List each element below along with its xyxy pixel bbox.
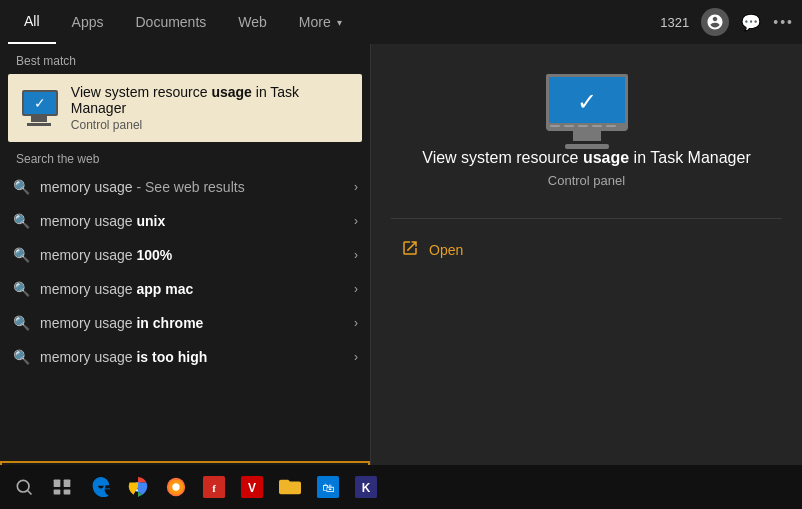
search-web-label: Search the web [0,142,370,170]
svg-rect-10 [54,490,61,495]
taskbar-mozilla[interactable]: f [196,469,232,505]
result-item-4[interactable]: 🔍 memory usage app mac › [0,272,370,306]
taskbar-app-v[interactable]: V [234,469,270,505]
dropdown-arrow-icon: ▾ [337,17,342,28]
svg-rect-3 [578,125,588,127]
taskbar-taskview[interactable] [44,469,80,505]
left-panel: Best match ✓ View system resource usage … [0,44,370,509]
chevron-icon: › [354,214,358,228]
best-match-label: Best match [0,44,370,74]
svg-rect-11 [64,490,71,495]
best-match-title: View system resource usage in Task Manag… [71,84,350,116]
result-item-3[interactable]: 🔍 memory usage 100% › [0,238,370,272]
taskbar-app-k[interactable]: K [348,469,384,505]
nav-tabs: All Apps Documents Web More ▾ 1321 💬 ••• [0,0,802,44]
svg-text:V: V [248,481,256,495]
best-match-item[interactable]: ✓ View system resource usage in Task Man… [8,74,362,142]
svg-point-6 [17,480,29,492]
chevron-icon: › [354,316,358,330]
result-item-2[interactable]: 🔍 memory usage unix › [0,204,370,238]
taskbar-firefox[interactable] [158,469,194,505]
best-match-subtitle: Control panel [71,118,350,132]
search-result-icon: 🔍 [12,314,30,332]
chevron-icon: › [354,282,358,296]
tab-web[interactable]: Web [222,0,283,44]
svg-rect-2 [564,125,574,127]
svg-text:f: f [212,482,216,494]
result-item-5[interactable]: 🔍 memory usage in chrome › [0,306,370,340]
badge-number: 1321 [660,15,689,30]
result-item-6[interactable]: 🔍 memory usage is too high › [0,340,370,374]
tab-documents[interactable]: Documents [119,0,222,44]
detail-title: View system resource usage in Task Manag… [422,149,750,167]
open-action[interactable]: Open [391,239,463,261]
right-panel: ✓ View system resource usage i [370,44,802,509]
search-result-icon: 🔍 [12,280,30,298]
large-task-manager-icon: ✓ [542,74,632,149]
taskbar-edge[interactable] [82,469,118,505]
tab-apps[interactable]: Apps [56,0,120,44]
tab-all[interactable]: All [8,0,56,44]
svg-point-15 [172,483,179,490]
feedback-icon[interactable]: 💬 [741,13,761,32]
taskbar-search[interactable] [6,469,42,505]
svg-rect-5 [606,125,616,127]
detail-divider [391,218,782,219]
taskbar-folder[interactable] [272,469,308,505]
svg-text:🛍: 🛍 [322,481,334,495]
taskbar-chrome[interactable] [120,469,156,505]
nav-right: 1321 💬 ••• [660,8,794,36]
search-result-icon: 🔍 [12,178,30,196]
chevron-icon: › [354,180,358,194]
detail-subtitle: Control panel [548,173,625,188]
chevron-icon: › [354,248,358,262]
svg-line-7 [28,491,32,495]
taskbar: f V 🛍 K [0,465,802,509]
taskbar-store[interactable]: 🛍 [310,469,346,505]
user-avatar[interactable] [701,8,729,36]
svg-rect-1 [550,125,560,127]
svg-rect-8 [54,480,61,488]
tab-more[interactable]: More ▾ [283,0,358,44]
task-manager-icon: ✓ [20,90,59,126]
search-result-icon: 🔍 [12,246,30,264]
open-label: Open [429,242,463,258]
search-result-icon: 🔍 [12,212,30,230]
result-item-1[interactable]: 🔍 memory usage - See web results › [0,170,370,204]
svg-rect-9 [64,480,71,488]
chevron-icon: › [354,350,358,364]
svg-rect-4 [592,125,602,127]
main-content: Best match ✓ View system resource usage … [0,44,802,509]
search-result-icon: 🔍 [12,348,30,366]
svg-text:K: K [362,481,371,495]
search-window: All Apps Documents Web More ▾ 1321 💬 •••… [0,0,802,509]
open-icon [401,239,419,261]
more-options-icon[interactable]: ••• [773,14,794,30]
